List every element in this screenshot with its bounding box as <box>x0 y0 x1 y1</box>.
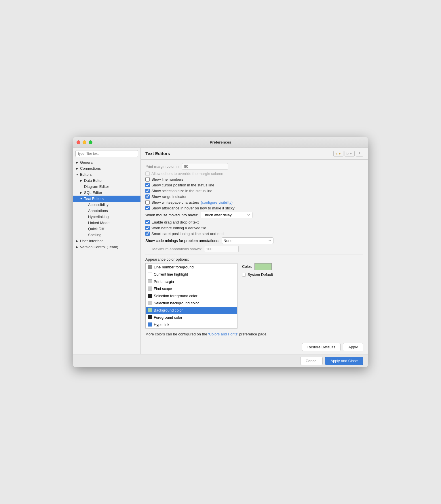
sidebar-item-connections[interactable]: ▶Connections <box>73 165 140 171</box>
nav-menu-button[interactable]: ⋮ <box>356 151 363 156</box>
sidebar-item-version-control[interactable]: ▶Version Control (Team) <box>73 244 140 250</box>
sidebar-item-diagram-editor[interactable]: Diagram Editor <box>73 184 140 190</box>
footer-bar: Cancel Apply and Close <box>73 354 368 367</box>
bottom-bar: Restore Defaults Apply <box>141 340 368 354</box>
color-panel: Color: System Default <box>242 263 273 277</box>
color-item-print-margin[interactable]: Print margin <box>146 278 237 285</box>
quick-diff-label: Quick Diff <box>88 227 104 231</box>
editors-label: Editors <box>80 172 92 177</box>
maximize-button[interactable] <box>89 140 92 144</box>
linked-mode-label: Linked Mode <box>88 221 109 225</box>
connections-label: Connections <box>80 166 101 171</box>
sidebar-item-data-editor[interactable]: ▶Data Editor <box>73 177 140 184</box>
print-margin-input[interactable] <box>182 163 228 170</box>
cancel-button[interactable]: Cancel <box>300 357 323 365</box>
editors-arrow-icon: ▼ <box>75 173 79 176</box>
configure-visibility-link[interactable]: (configure visibility) <box>201 200 233 205</box>
max-annotations-row: Maximum annotations shown: <box>145 246 363 252</box>
sidebar-item-general[interactable]: ▶General <box>73 159 140 165</box>
general-label: General <box>80 160 93 165</box>
apply-and-close-button[interactable]: Apply and Close <box>325 357 363 365</box>
show-whitespace-checkbox[interactable] <box>145 200 150 205</box>
diagram-editor-label: Diagram Editor <box>84 184 109 189</box>
show-cursor-checkbox[interactable] <box>145 183 150 187</box>
version-control-label: Version Control (Team) <box>80 245 118 249</box>
color-item-find-scope[interactable]: Find scope <box>146 285 237 292</box>
window-title: Preferences <box>210 140 231 144</box>
colors-fonts-link[interactable]: 'Colors and Fonts' <box>208 332 238 336</box>
color-item-label-foreground-color: Foreground color <box>154 315 182 320</box>
color-item-hyperlink[interactable]: Hyperlink <box>146 321 237 328</box>
show-selection-size-checkbox[interactable] <box>145 189 150 193</box>
panel-body: Print margin column: Allow editors to ov… <box>141 160 368 340</box>
sidebar-item-user-interface[interactable]: ▶User Interface <box>73 238 140 244</box>
color-swatch-line-number-fg <box>148 265 152 269</box>
sidebar-item-quick-diff[interactable]: Quick Diff <box>73 226 140 232</box>
show-whitespace-row: Show whitespace characters (configure vi… <box>145 200 363 205</box>
color-item-background-color[interactable]: Background color <box>146 307 237 314</box>
color-item-label-line-number-fg: Line number foreground <box>154 265 194 269</box>
mouse-hover-select[interactable]: Enrich after delay Enrich immediately Ne… <box>201 212 252 218</box>
warn-editing-checkbox[interactable] <box>145 226 150 230</box>
close-button[interactable] <box>77 140 80 144</box>
sidebar-item-accessibility[interactable]: Accessibility <box>73 202 140 208</box>
system-default-checkbox[interactable] <box>242 273 246 276</box>
code-mining-label: Show code minings for problem annotation… <box>145 238 219 243</box>
connections-arrow-icon: ▶ <box>75 167 79 170</box>
color-item-selection-fg[interactable]: Selection foreground color <box>146 292 237 299</box>
enable-drag-label: Enable drag and drop of text <box>151 220 199 224</box>
accessibility-label: Accessibility <box>88 203 109 207</box>
color-item-current-line[interactable]: Current line highlight <box>146 271 237 278</box>
sidebar-item-hyperlinking[interactable]: Hyperlinking <box>73 214 140 220</box>
allow-override-checkbox[interactable] <box>145 171 150 176</box>
nav-back-button[interactable]: ◁▼ <box>333 151 343 156</box>
code-mining-select[interactable]: None Inline Popup <box>222 237 273 244</box>
show-line-numbers-label: Show line numbers <box>151 177 183 182</box>
minimize-button[interactable] <box>83 140 86 144</box>
color-item-foreground-color[interactable]: Foreground color <box>146 314 237 321</box>
tree-container: ▶General▶Connections▼Editors▶Data Editor… <box>73 159 140 250</box>
color-label: Color: <box>242 264 252 269</box>
user-interface-arrow-icon: ▶ <box>75 239 79 243</box>
search-input[interactable] <box>75 150 138 157</box>
show-range-label: Show range indicator <box>151 194 187 199</box>
separator <box>145 255 363 255</box>
sidebar-item-editors[interactable]: ▼Editors <box>73 171 140 177</box>
color-preview-swatch[interactable] <box>254 263 272 270</box>
spelling-label: Spelling <box>88 233 101 237</box>
more-colors-prefix: More colors can be configured on the <box>145 332 208 336</box>
sidebar: ▶General▶Connections▼Editors▶Data Editor… <box>73 148 141 354</box>
sidebar-item-text-editors[interactable]: ▼Text Editors <box>73 196 140 202</box>
color-item-line-number-fg[interactable]: Line number foreground <box>146 264 237 271</box>
color-item-selection-bg[interactable]: Selection background color <box>146 299 237 307</box>
show-affordance-label: Show affordance in hover on how to make … <box>151 206 235 210</box>
sidebar-item-spelling[interactable]: Spelling <box>73 232 140 238</box>
show-line-numbers-checkbox[interactable] <box>145 177 150 182</box>
color-item-label-print-margin: Print margin <box>154 279 174 284</box>
panel-header: Text Editors ◁▼ ▷▼ ⋮ <box>141 148 368 160</box>
color-swatch-selection-bg <box>148 301 152 305</box>
sidebar-item-annotations[interactable]: Annotations <box>73 208 140 214</box>
system-default-label: System Default <box>248 272 273 277</box>
color-item-label-selection-fg: Selection foreground color <box>154 294 197 298</box>
forward-arrow-icon: ▷▼ <box>347 152 353 156</box>
max-annotations-input[interactable] <box>204 246 239 252</box>
restore-defaults-button[interactable]: Restore Defaults <box>302 343 341 351</box>
show-whitespace-label: Show whitespace characters <box>151 200 199 205</box>
enable-drag-checkbox[interactable] <box>145 220 150 224</box>
apply-button[interactable]: Apply <box>343 343 363 351</box>
smart-caret-label: Smart caret positioning at line start an… <box>151 232 224 236</box>
sidebar-item-sql-editor[interactable]: ▶SQL Editor <box>73 190 140 196</box>
sidebar-item-linked-mode[interactable]: Linked Mode <box>73 220 140 226</box>
show-range-checkbox[interactable] <box>145 194 150 199</box>
show-affordance-checkbox[interactable] <box>145 206 150 210</box>
enable-drag-row: Enable drag and drop of text <box>145 220 363 224</box>
annotations-label: Annotations <box>88 209 108 213</box>
color-list: Line number foregroundCurrent line highl… <box>145 263 237 329</box>
color-swatch-find-scope <box>148 287 152 291</box>
nav-forward-button[interactable]: ▷▼ <box>345 151 355 156</box>
user-interface-label: User Interface <box>80 239 104 243</box>
titlebar: Preferences <box>73 137 368 148</box>
mouse-hover-row: When mouse moved into hover: Enrich afte… <box>145 212 363 218</box>
smart-caret-checkbox[interactable] <box>145 232 150 236</box>
